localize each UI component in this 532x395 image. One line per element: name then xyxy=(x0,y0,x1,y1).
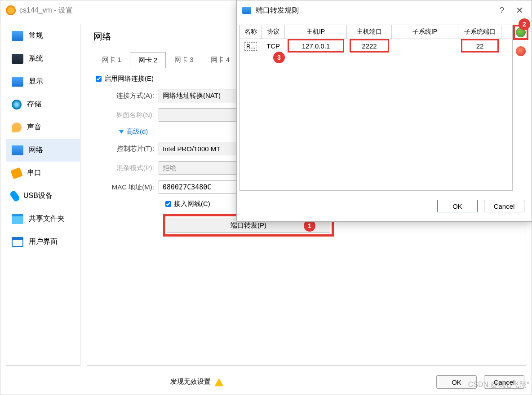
sidebar: 常规 系统 显示 存储 声音 网络 串口 USB设备 共享文件夹 用户界面 xyxy=(6,24,80,366)
dialog-footer: OK Cancel xyxy=(237,195,532,217)
col-guest-ip[interactable]: 子系统IP xyxy=(392,25,458,39)
grid-header: 名称 协议 主机IP 主机端口 子系统IP 子系统端口 xyxy=(240,25,512,39)
gear-icon xyxy=(6,5,16,15)
disk-icon xyxy=(12,100,22,110)
main-footer: 发现无效设置 OK Cancel xyxy=(0,369,532,395)
chip-icon xyxy=(12,54,23,64)
dialog-toolbar: 2 xyxy=(513,25,529,191)
sidebar-item-usb[interactable]: USB设备 xyxy=(6,184,80,207)
sidebar-item-label: 串口 xyxy=(27,168,41,178)
sidebar-item-storage[interactable]: 存储 xyxy=(6,93,80,116)
close-button[interactable]: ✕ xyxy=(513,5,526,16)
col-guest-port[interactable]: 子系统端口 xyxy=(458,25,501,39)
promisc-label: 混杂模式(P): xyxy=(93,164,159,172)
cell-host-ip[interactable]: 127.0.0.1 xyxy=(302,42,330,50)
host-port-highlight: 2222 xyxy=(350,39,389,53)
invalid-settings-text: 发现无效设置 xyxy=(170,377,223,386)
monitor-icon xyxy=(242,7,251,14)
advanced-toggle[interactable]: 高级(d) xyxy=(119,127,148,136)
sidebar-item-general[interactable]: 常规 xyxy=(6,24,80,47)
sidebar-item-label: 显示 xyxy=(29,77,43,86)
network-icon xyxy=(12,145,23,155)
speaker-icon xyxy=(12,123,22,132)
sidebar-item-network[interactable]: 网络 xyxy=(6,139,80,162)
iface-label: 界面名称(N): xyxy=(93,111,159,119)
sidebar-item-audio[interactable]: 声音 xyxy=(6,116,80,139)
cell-guest-port[interactable]: 22 xyxy=(476,42,484,50)
col-name[interactable]: 名称 xyxy=(240,25,262,39)
cell-guest-ip[interactable] xyxy=(392,45,458,47)
sidebar-item-label: 存储 xyxy=(27,100,41,109)
tab-adapter4[interactable]: 网卡 4 xyxy=(202,52,239,68)
attach-label: 连接方式(A): xyxy=(93,92,159,100)
port-forward-dialog: 端口转发规则 ? ✕ 名称 协议 主机IP 主机端口 子系统IP 子系统端口 R… xyxy=(236,0,532,222)
dialog-ok-button[interactable]: OK xyxy=(437,200,478,212)
tab-adapter2[interactable]: 网卡 2 xyxy=(130,52,166,68)
col-protocol[interactable]: 协议 xyxy=(262,25,285,39)
guest-port-highlight: 22 xyxy=(461,39,499,53)
sidebar-item-label: 用户界面 xyxy=(29,237,58,246)
warning-icon xyxy=(214,378,223,386)
sidebar-item-serial[interactable]: 串口 xyxy=(6,162,80,184)
monitor-icon xyxy=(12,31,23,41)
cable-label: 接入网线(C) xyxy=(174,200,210,208)
attach-select[interactable]: 网络地址转换(NAT) xyxy=(159,89,248,102)
sidebar-item-system[interactable]: 系统 xyxy=(6,47,80,70)
mac-label: MAC 地址(M): xyxy=(93,183,159,192)
add-rule-highlight: 2 xyxy=(513,25,528,40)
sidebar-item-ui[interactable]: 用户界面 xyxy=(6,230,80,253)
iface-select xyxy=(159,108,248,122)
sidebar-item-label: 网络 xyxy=(29,145,43,155)
dialog-cancel-button[interactable]: Cancel xyxy=(484,200,524,212)
help-button[interactable]: ? xyxy=(500,6,504,15)
rule-row[interactable]: R... TCP 127.0.0.1 2222 22 xyxy=(240,39,512,53)
sidebar-item-label: 常规 xyxy=(29,31,43,40)
cell-name[interactable]: R... xyxy=(240,41,262,51)
dialog-title: 端口转发规则 xyxy=(256,6,299,15)
window-title: cs144_vm - 设置 xyxy=(19,6,73,15)
enable-network-checkbox[interactable] xyxy=(96,76,102,82)
sidebar-item-display[interactable]: 显示 xyxy=(6,70,80,93)
sidebar-item-label: USB设备 xyxy=(23,191,53,201)
folder-icon xyxy=(12,214,23,224)
host-ip-highlight: 127.0.0.1 xyxy=(288,39,344,53)
delete-rule-button[interactable] xyxy=(516,46,526,56)
cable-checkbox[interactable] xyxy=(165,201,171,207)
promisc-select: 拒绝 xyxy=(159,161,248,175)
sidebar-item-label: 系统 xyxy=(29,54,43,63)
chip-select[interactable]: Intel PRO/1000 MT xyxy=(159,142,248,155)
usb-icon xyxy=(9,190,20,202)
sidebar-item-label: 共享文件夹 xyxy=(29,214,65,224)
sidebar-item-label: 声音 xyxy=(27,123,41,132)
triangle-down-icon xyxy=(119,130,124,134)
cell-protocol[interactable]: TCP xyxy=(262,41,285,51)
annotation-2: 2 xyxy=(519,18,530,30)
col-host-port[interactable]: 主机端口 xyxy=(347,25,392,39)
cell-host-port[interactable]: 2222 xyxy=(362,42,377,50)
rules-grid: 名称 协议 主机IP 主机端口 子系统IP 子系统端口 R... TCP 127… xyxy=(239,25,513,191)
enable-network-label: 启用网络连接(E) xyxy=(104,75,154,83)
chip-label: 控制芯片(T): xyxy=(93,145,159,153)
annotation-3: 3 xyxy=(273,52,285,63)
dialog-titlebar: 端口转发规则 ? ✕ xyxy=(237,0,532,20)
tab-adapter1[interactable]: 网卡 1 xyxy=(93,52,130,68)
col-host-ip[interactable]: 主机IP xyxy=(285,25,347,39)
serial-icon xyxy=(10,167,23,179)
tab-adapter3[interactable]: 网卡 3 xyxy=(166,52,202,68)
watermark: CSDN @我心飞翔* xyxy=(468,380,529,390)
window-icon xyxy=(12,237,23,247)
sidebar-item-shared[interactable]: 共享文件夹 xyxy=(6,207,80,230)
advanced-label: 高级(d) xyxy=(126,127,148,136)
display-icon xyxy=(12,77,23,87)
